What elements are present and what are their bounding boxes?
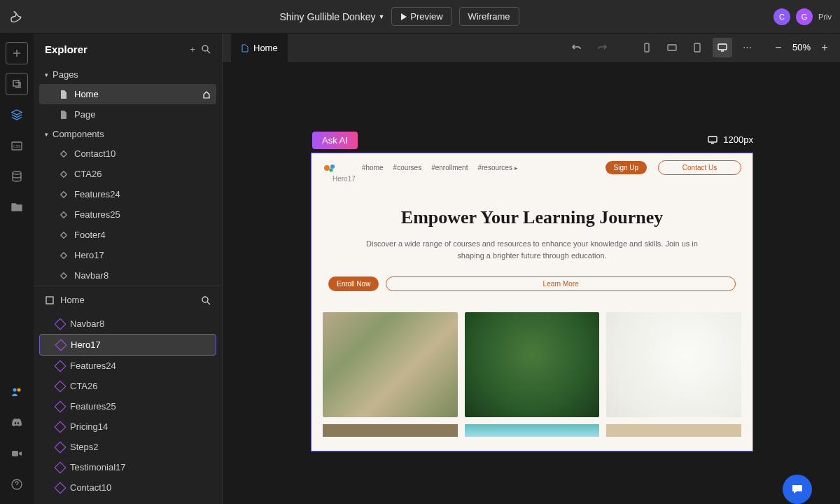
ask-ai-button[interactable]: Ask AI: [312, 132, 358, 149]
svg-rect-10: [61, 171, 66, 176]
layers-icon[interactable]: [6, 104, 28, 126]
outline-item[interactable]: Pricing14: [39, 416, 216, 437]
css-icon[interactable]: CSS: [6, 134, 28, 157]
mobile-icon[interactable]: [637, 38, 657, 57]
add-icon[interactable]: +: [190, 44, 195, 55]
preview-nav-link[interactable]: #resources ▸: [477, 164, 517, 172]
svg-point-3: [13, 172, 21, 174]
pages-group[interactable]: ▾Pages: [34, 65, 222, 84]
component-item[interactable]: Navbar8: [39, 265, 216, 286]
page-item-home[interactable]: Home: [39, 84, 216, 104]
outline-item[interactable]: Steps2: [39, 437, 216, 457]
component-item[interactable]: CTA26: [39, 164, 216, 184]
preview-navbar: Hero17 #home #courses #enrollment #resou…: [312, 153, 752, 182]
diamond-icon: [59, 251, 69, 260]
wireframe-button[interactable]: Wireframe: [459, 7, 519, 26]
diamond-icon: [55, 339, 67, 351]
more-icon[interactable]: ⋯: [738, 38, 757, 57]
svg-point-17: [202, 297, 208, 302]
zoom-out-button[interactable]: −: [771, 41, 785, 55]
chat-fab[interactable]: [783, 475, 812, 504]
component-item[interactable]: Footer4: [39, 225, 216, 245]
diamond-icon: [55, 380, 66, 392]
preview-button[interactable]: Preview: [391, 7, 451, 26]
diamond-icon: [55, 461, 66, 473]
privacy-link[interactable]: Priv: [818, 13, 832, 21]
tablet-landscape-icon[interactable]: [662, 38, 682, 57]
file-icon: [241, 44, 249, 52]
diamond-icon: [59, 149, 69, 159]
components-group[interactable]: ▾Components: [34, 125, 222, 144]
outline-item[interactable]: CTA26: [39, 376, 216, 396]
outline-item[interactable]: Features25: [39, 396, 216, 416]
folder-icon[interactable]: [6, 196, 28, 218]
preview-signup-button[interactable]: Sign Up: [606, 161, 648, 174]
search-icon[interactable]: [201, 44, 211, 54]
canvas-width-chip: 1200px: [708, 134, 753, 145]
redo-icon[interactable]: [592, 38, 612, 57]
search-icon[interactable]: [201, 295, 211, 305]
preview-image: [606, 424, 741, 437]
diamond-icon: [59, 271, 69, 281]
zoom-level: 50%: [792, 42, 811, 52]
component-item[interactable]: Features24: [39, 184, 216, 204]
avatar[interactable]: G: [796, 8, 813, 25]
explorer-title: Explorer: [45, 43, 88, 55]
outline-item[interactable]: Navbar8: [39, 314, 216, 334]
chevron-down-icon: ▼: [378, 13, 384, 20]
svg-point-23: [324, 165, 330, 171]
chat-icon: [790, 482, 804, 496]
preview-image: [465, 312, 600, 417]
video-icon[interactable]: [6, 442, 28, 465]
svg-point-8: [202, 46, 208, 51]
svg-point-5: [18, 388, 21, 392]
preview-enroll-button[interactable]: Enroll Now: [328, 276, 379, 291]
duplicate-icon[interactable]: [6, 73, 28, 95]
preview-image: [465, 424, 600, 437]
canvas-viewport[interactable]: Ask AI 1200px Hero17 #home #courses #enr…: [223, 62, 840, 504]
diamond-icon: [55, 400, 66, 412]
svg-rect-13: [61, 232, 66, 237]
help-icon[interactable]: [6, 473, 28, 496]
zoom-in-button[interactable]: +: [818, 41, 832, 55]
avatar[interactable]: C: [774, 8, 790, 25]
component-item[interactable]: Hero17: [39, 245, 216, 265]
diamond-icon: [59, 230, 69, 240]
preview-learn-button[interactable]: Learn More: [386, 276, 736, 291]
preview-nav-link[interactable]: #enrollment: [431, 164, 468, 172]
app-logo-icon: [8, 8, 25, 25]
outline-item[interactable]: Features24: [39, 356, 216, 376]
svg-point-4: [13, 388, 17, 392]
discord-icon[interactable]: [6, 412, 28, 434]
preview-nav-link[interactable]: #courses: [393, 164, 422, 172]
preview-frame[interactable]: Hero17 #home #courses #enrollment #resou…: [311, 153, 753, 451]
add-icon[interactable]: [6, 42, 28, 64]
diamond-icon: [59, 210, 69, 220]
undo-icon[interactable]: [567, 38, 587, 57]
outline-item-hero17[interactable]: Hero17: [39, 334, 216, 356]
preview-contact-button[interactable]: Contact Us: [658, 160, 741, 175]
diamond-icon: [59, 190, 69, 200]
svg-point-25: [330, 168, 333, 172]
desktop-icon[interactable]: [713, 38, 732, 57]
file-icon: [59, 90, 69, 99]
outline-item[interactable]: Contact10: [39, 477, 216, 498]
project-name-dropdown[interactable]: Shiny Gullible Donkey▼: [279, 11, 384, 22]
svg-point-24: [330, 164, 335, 169]
outline-item[interactable]: Testimonial17: [39, 457, 216, 477]
svg-rect-9: [61, 150, 66, 156]
tablet-icon[interactable]: [687, 38, 707, 57]
data-icon[interactable]: [6, 165, 28, 188]
page-chip-icon: [45, 295, 55, 305]
svg-rect-15: [61, 272, 66, 278]
team-icon[interactable]: [6, 381, 28, 403]
diamond-icon: [55, 482, 66, 493]
home-icon: [202, 90, 211, 99]
canvas-tab-home[interactable]: Home: [231, 34, 288, 62]
preview-logo-icon: [323, 162, 338, 174]
preview-nav-link[interactable]: #home: [362, 164, 384, 172]
component-item[interactable]: Contact10: [39, 144, 216, 164]
preview-hero: Empower Your Learning Journey Discover a…: [312, 182, 752, 291]
component-item[interactable]: Features25: [39, 204, 216, 225]
page-item[interactable]: Page: [39, 104, 216, 125]
